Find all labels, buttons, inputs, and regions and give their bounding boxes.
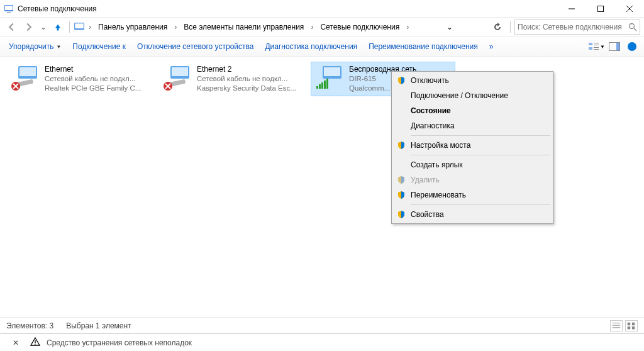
history-dropdown[interactable]: ⌄ <box>39 23 48 31</box>
svg-rect-35 <box>319 84 321 89</box>
svg-rect-45 <box>632 326 635 328</box>
ctx-connect-disconnect[interactable]: Подключение / Отключение <box>393 88 552 103</box>
svg-rect-12 <box>594 43 599 43</box>
close-icon[interactable]: ✕ <box>13 338 19 347</box>
separator <box>510 21 511 33</box>
shield-icon <box>397 191 406 199</box>
address-bar: ⌄ › Панель управления › Все элементы пан… <box>0 18 644 36</box>
breadcrumb-item[interactable]: Панель управления <box>95 21 170 33</box>
ctx-bridge[interactable]: Настройка моста <box>393 138 552 153</box>
command-bar: Упорядочить▼ Подключение к Отключение се… <box>0 36 644 57</box>
status-bar: Элементов: 3 Выбран 1 элемент <box>0 317 644 333</box>
adapter-status: Сетевой кабель не подкл... <box>45 74 148 84</box>
troubleshoot-banner[interactable]: ✕ Средство устранения сетевых неполадок <box>0 333 644 351</box>
minimize-button[interactable] <box>557 0 586 18</box>
svg-rect-44 <box>628 326 630 328</box>
svg-point-47 <box>35 343 36 345</box>
selection-count: Выбран 1 элемент <box>66 321 131 330</box>
ctx-delete: Удалить <box>393 172 552 187</box>
adapter-ethernet2[interactable]: Ethernet 2 Сетевой кабель не подкл... Ka… <box>158 62 303 96</box>
shield-icon <box>397 141 406 150</box>
titlebar: Сетевые подключения <box>0 0 644 18</box>
warning-icon <box>30 337 40 348</box>
tiles-view-button[interactable] <box>625 320 638 332</box>
ctx-diagnose[interactable]: Диагностика <box>393 118 552 133</box>
network-connections-icon <box>4 4 14 14</box>
diagnose-button[interactable]: Диагностика подключения <box>260 39 362 54</box>
svg-rect-43 <box>632 322 635 325</box>
forward-button[interactable] <box>21 20 36 35</box>
troubleshoot-label: Средство устранения сетевых неполадок <box>47 338 192 347</box>
svg-line-10 <box>634 28 636 31</box>
adapter-ethernet[interactable]: Ethernet Сетевой кабель не подкл... Real… <box>6 62 151 96</box>
view-options-button[interactable]: ▼ <box>589 39 605 54</box>
svg-rect-11 <box>589 43 592 45</box>
disable-device-button[interactable]: Отключение сетевого устройства <box>132 39 258 54</box>
breadcrumb-item[interactable]: Все элементы панели управления <box>180 21 307 33</box>
separator <box>411 155 550 155</box>
svg-rect-15 <box>594 47 599 48</box>
ctx-status[interactable]: Состояние <box>393 103 552 118</box>
separator <box>411 135 550 136</box>
chevron-right-icon[interactable]: › <box>173 23 178 31</box>
adapter-name: Ethernet 2 <box>197 65 300 74</box>
ctx-create-shortcut[interactable]: Создать ярлык <box>393 157 552 172</box>
svg-rect-16 <box>594 49 599 50</box>
svg-rect-2 <box>7 12 11 13</box>
window-title: Сетевые подключения <box>18 4 557 13</box>
overflow-button[interactable]: » <box>484 39 499 54</box>
search-box[interactable] <box>514 20 640 35</box>
chevron-right-icon[interactable]: › <box>87 23 92 31</box>
back-button[interactable] <box>4 20 19 35</box>
chevron-right-icon[interactable]: › <box>405 23 410 31</box>
search-icon <box>628 23 637 31</box>
ethernet-icon <box>162 65 193 91</box>
svg-rect-13 <box>594 45 599 45</box>
help-button[interactable] <box>624 37 640 56</box>
breadcrumb-item[interactable]: Сетевые подключения <box>317 21 402 33</box>
ctx-disable[interactable]: Отключить <box>393 73 552 88</box>
svg-rect-38 <box>326 79 328 89</box>
shield-icon <box>397 76 406 85</box>
separator <box>411 204 550 205</box>
details-view-button[interactable] <box>610 320 623 332</box>
close-button[interactable] <box>615 0 644 18</box>
organize-menu[interactable]: Упорядочить▼ <box>4 39 66 54</box>
svg-rect-21 <box>19 67 36 76</box>
ctx-rename[interactable]: Переименовать <box>393 187 552 203</box>
svg-rect-14 <box>589 47 592 50</box>
svg-rect-42 <box>628 322 630 325</box>
adapter-device: Kaspersky Security Data Esc... <box>197 84 300 93</box>
svg-rect-1 <box>5 6 13 10</box>
svg-point-19 <box>628 42 636 51</box>
item-count: Элементов: 3 <box>6 321 53 330</box>
preview-pane-button[interactable] <box>606 39 623 54</box>
adapter-device: Realtek PCIe GBE Family C... <box>45 84 148 93</box>
shield-icon <box>397 176 406 184</box>
svg-rect-33 <box>324 67 340 76</box>
svg-rect-36 <box>321 82 323 89</box>
connect-to-button[interactable]: Подключение к <box>67 39 131 54</box>
search-input[interactable] <box>518 23 628 31</box>
separator <box>69 21 70 33</box>
shield-icon <box>397 210 406 219</box>
wifi-icon <box>314 65 345 91</box>
svg-rect-34 <box>316 86 318 89</box>
maximize-button[interactable] <box>586 0 615 18</box>
ctx-properties[interactable]: Свойства <box>393 207 552 222</box>
address-dropdown[interactable]: ⌄ <box>442 20 457 35</box>
rename-button[interactable]: Переименование подключения <box>364 39 483 54</box>
svg-rect-18 <box>616 43 619 50</box>
chevron-right-icon[interactable]: › <box>309 23 314 31</box>
refresh-button[interactable] <box>490 20 505 35</box>
svg-rect-37 <box>324 81 326 89</box>
adapter-status: Сетевой кабель не подкл... <box>197 74 300 84</box>
up-button[interactable] <box>50 20 65 35</box>
svg-rect-8 <box>75 23 84 28</box>
svg-point-9 <box>630 23 635 28</box>
svg-rect-27 <box>172 67 188 76</box>
ethernet-icon <box>9 65 41 91</box>
svg-rect-4 <box>598 6 604 11</box>
context-menu: Отключить Подключение / Отключение Состо… <box>391 71 553 224</box>
network-connections-icon <box>74 21 85 33</box>
